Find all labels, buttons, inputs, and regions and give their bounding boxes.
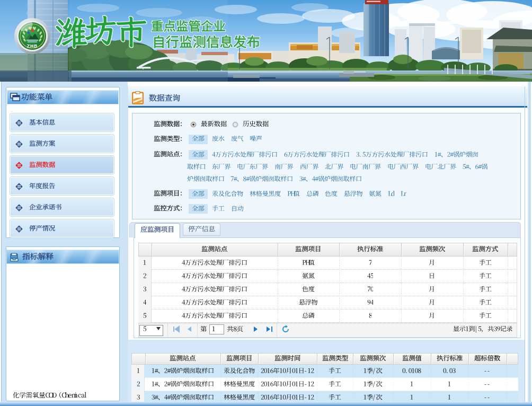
svg-text:ZHB: ZHB [27,43,38,49]
